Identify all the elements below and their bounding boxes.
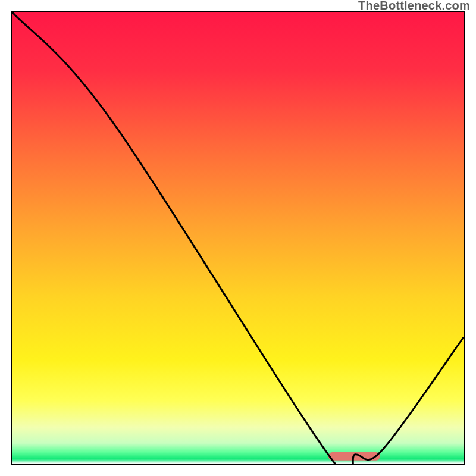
chart-frame: TheBottleneck.com <box>0 0 476 476</box>
bottleneck-curve <box>12 12 464 464</box>
plot-inner <box>12 12 464 464</box>
plot-area <box>11 11 465 465</box>
